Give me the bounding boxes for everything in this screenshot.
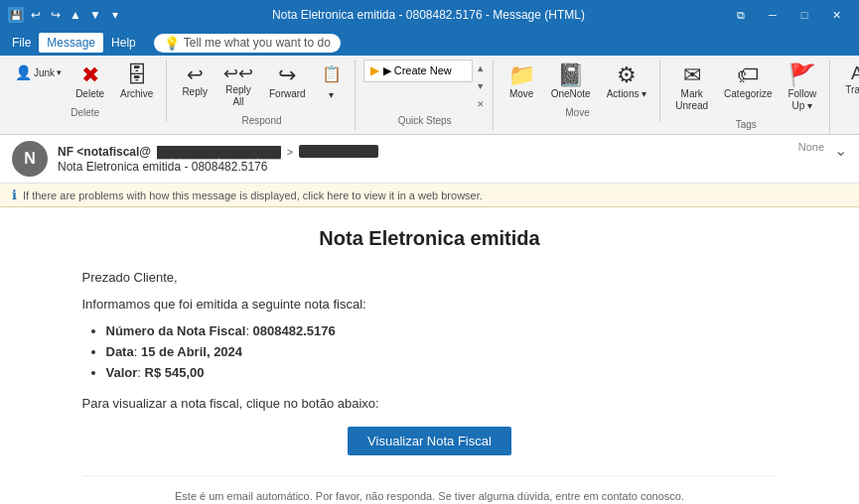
save-icon[interactable]: 💾 [8, 7, 24, 23]
email-meta: NF <notafiscal@ ████████████████ > █████… [58, 145, 788, 174]
quicksteps-content: ▶ ▶ Create New ▲ ▼ ✕ [363, 60, 487, 113]
ribbon-group-quicksteps: ▶ ▶ Create New ▲ ▼ ✕ Quick Steps [358, 60, 494, 130]
tell-me-text: Tell me what you want to do [184, 36, 331, 50]
redo-icon[interactable]: ↪ [48, 7, 64, 23]
email-greeting: Prezado Cliente, [82, 270, 778, 285]
info-bar[interactable]: ℹ If there are problems with how this me… [0, 184, 859, 207]
sender-avatar: N [12, 141, 48, 177]
email-header: N NF <notafiscal@ ████████████████ > ███… [0, 135, 859, 184]
quicksteps-group-label: Quick Steps [398, 115, 452, 126]
reply-button[interactable]: ↩ Reply [175, 60, 215, 103]
respond-expand-icon: ▾ [329, 89, 334, 100]
quickstep-create-new[interactable]: ▶ ▶ Create New [364, 61, 472, 81]
translate-button[interactable]: A文 Translate [838, 60, 859, 101]
data-value: 15 de Abril, 2024 [141, 344, 242, 359]
categorize-button[interactable]: 🏷 Categorize [717, 60, 779, 105]
tell-me-box[interactable]: 💡 Tell me what you want to do [154, 34, 341, 53]
email-list: Número da Nota Fiscal: 0808482.5176 Data… [106, 323, 778, 380]
junk-button[interactable]: 👤 Junk ▾ [10, 60, 67, 85]
respond-group-label: Respond [242, 115, 282, 126]
quicksteps-expand[interactable]: ✕ [475, 99, 487, 109]
email-body: Nota Eletronica emitida Prezado Cliente,… [0, 207, 859, 504]
info-text: If there are problems with how this mess… [23, 189, 483, 201]
email-footer: Este é um email automático. Por favor, n… [82, 475, 778, 502]
lightbulb-icon: 💡 [164, 36, 180, 51]
menu-bar: File Message Help 💡 Tell me what you wan… [0, 30, 859, 56]
window-controls: ⧉ ─ □ ✕ [726, 5, 851, 25]
sender-name: NF <notafiscal@ [58, 145, 151, 159]
archive-label: Archive [120, 88, 153, 100]
respond-group-buttons: ↩ Reply ↩↩ ReplyAll ↪ Forward 📋 ▾ [175, 60, 348, 113]
data-label: Data [106, 344, 134, 359]
menu-help[interactable]: Help [103, 33, 144, 53]
mark-unread-label: MarkUnread [675, 88, 708, 112]
window-title: Nota Eletronica emitida - 0808482.5176 -… [131, 8, 726, 22]
quicksteps-scroll-up[interactable]: ▲ [475, 63, 487, 73]
ribbon-group-respond: ↩ Reply ↩↩ ReplyAll ↪ Forward 📋 ▾ Respon… [169, 60, 355, 130]
valor-value: R$ 545,00 [145, 365, 205, 380]
reply-all-icon: ↩↩ [223, 64, 253, 82]
move-group-label: Move [565, 107, 589, 118]
delete-group-label: Delete [71, 107, 99, 118]
to-badge: ████████ [299, 145, 378, 158]
translate-icon: A文 [851, 64, 859, 82]
visualize-nota-button[interactable]: Visualizar Nota Fiscal [348, 427, 511, 455]
reply-all-button[interactable]: ↩↩ ReplyAll [216, 60, 260, 113]
list-item-data: Data: 15 de Abril, 2024 [106, 344, 778, 359]
delete-group-buttons: 👤 Junk ▾ ✖ Delete 🗄 Archive [10, 60, 160, 105]
follow-up-icon: 🚩 [788, 64, 815, 86]
tags-group-label: Tags [736, 119, 757, 130]
mark-unread-icon: ✉ [683, 64, 701, 86]
menu-file[interactable]: File [4, 33, 39, 53]
person-icon: 👤 [15, 64, 32, 80]
undo-icon[interactable]: ↩ [28, 7, 44, 23]
content-area: N NF <notafiscal@ ████████████████ > ███… [0, 135, 859, 504]
quicksteps-scroll: ▲ ▼ ✕ [475, 60, 487, 113]
email-intro: Informamos que foi emitida a seguinte no… [82, 297, 778, 312]
move-button[interactable]: 📁 Move [501, 60, 542, 105]
respond-more-1[interactable]: 📋 [317, 62, 347, 86]
categorize-label: Categorize [724, 88, 772, 100]
quicksteps-box: ▶ ▶ Create New [363, 60, 473, 82]
down-icon[interactable]: ▼ [87, 7, 103, 23]
up-icon[interactable]: ▲ [68, 7, 83, 23]
close-button[interactable]: ✕ [821, 5, 851, 25]
nf-label: Número da Nota Fiscal [106, 323, 246, 338]
actions-label: Actions ▾ [607, 88, 647, 100]
ribbon-group-tags: ✉ MarkUnread 🏷 Categorize 🚩 FollowUp ▾ T… [662, 60, 830, 134]
more-icon[interactable]: ▾ [107, 7, 123, 23]
restore-button[interactable]: ⧉ [726, 5, 756, 25]
email-subject: Nota Eletronica emitida - 0808482.5176 [58, 160, 788, 174]
ribbon-group-move: 📁 Move 📓 OneNote ⚙ Actions ▾ Move [496, 60, 661, 122]
ribbon: 👤 Junk ▾ ✖ Delete 🗄 Archive Delete ↩ Rep… [0, 56, 859, 135]
ribbon-group-delete: 👤 Junk ▾ ✖ Delete 🗄 Archive Delete [4, 60, 167, 122]
sender-addr-redacted: ████████████████ [157, 146, 281, 158]
forward-button[interactable]: ↪ Forward [262, 60, 313, 105]
email-expand-button[interactable]: ⌄ [834, 141, 847, 160]
onenote-button[interactable]: 📓 OneNote [544, 60, 598, 105]
minimize-button[interactable]: ─ [758, 5, 787, 25]
title-bar-app-icons: 💾 ↩ ↪ ▲ ▼ ▾ [8, 7, 123, 23]
from-suffix: > [287, 146, 293, 158]
email-title: Nota Eletronica emitida [82, 227, 778, 250]
forward-label: Forward [269, 88, 306, 100]
delete-icon: ✖ [81, 64, 99, 86]
email-from-line: NF <notafiscal@ ████████████████ > █████… [58, 145, 788, 159]
list-item-nf: Número da Nota Fiscal: 0808482.5176 [106, 323, 778, 338]
quicksteps-scroll-down[interactable]: ▼ [475, 81, 487, 91]
maximize-button[interactable]: □ [789, 5, 819, 25]
follow-up-button[interactable]: 🚩 FollowUp ▾ [781, 60, 823, 117]
email-body-inner: Nota Eletronica emitida Prezado Cliente,… [82, 227, 778, 502]
menu-message[interactable]: Message [39, 33, 103, 53]
archive-button[interactable]: 🗄 Archive [113, 60, 160, 105]
mark-unread-button[interactable]: ✉ MarkUnread [668, 60, 715, 117]
junk-arrow: ▾ [57, 67, 62, 77]
junk-label: Junk [34, 67, 55, 78]
respond-more-btns: 📋 ▾ [315, 60, 349, 105]
actions-button[interactable]: ⚙ Actions ▾ [600, 60, 654, 105]
archive-icon: 🗄 [126, 64, 148, 86]
respond-more-2[interactable]: ▾ [317, 86, 347, 103]
delete-button[interactable]: ✖ Delete [69, 60, 111, 105]
reply-label: Reply [182, 86, 208, 98]
move-label: Move [509, 88, 533, 100]
